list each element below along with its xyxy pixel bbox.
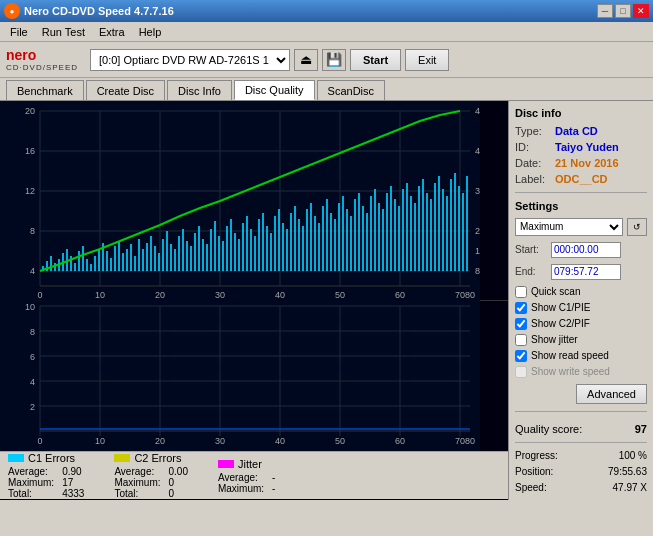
toolbar: nero CD·DVD/SPEED [0:0] Optiarc DVD RW A… (0, 42, 653, 78)
svg-rect-135 (442, 189, 444, 271)
svg-text:24: 24 (475, 226, 480, 236)
svg-text:12: 12 (25, 186, 35, 196)
svg-rect-125 (402, 189, 404, 271)
svg-rect-104 (318, 223, 320, 271)
svg-text:8: 8 (30, 327, 35, 337)
disc-date-val: 21 Nov 2016 (555, 157, 619, 169)
svg-rect-66 (166, 231, 168, 271)
progress-key: Progress: (515, 450, 558, 461)
settings-refresh-button[interactable]: ↺ (627, 218, 647, 236)
svg-rect-137 (450, 179, 452, 271)
svg-rect-101 (306, 209, 308, 271)
svg-rect-105 (322, 206, 324, 271)
show-write-speed-row: Show write speed (515, 366, 647, 378)
svg-rect-88 (254, 236, 256, 271)
legend-c2-total-key: Total: (114, 488, 160, 499)
disc-type-val: Data CD (555, 125, 598, 137)
svg-text:8: 8 (475, 266, 480, 276)
eject-button[interactable]: ⏏ (294, 49, 318, 71)
svg-rect-128 (414, 203, 416, 271)
legend-c1-max-key: Maximum: (8, 477, 54, 488)
disc-date-row: Date: 21 Nov 2016 (515, 157, 647, 169)
svg-rect-65 (162, 239, 164, 271)
svg-rect-77 (210, 229, 212, 271)
settings-speed-select[interactable]: Maximum (515, 218, 623, 236)
svg-text:10: 10 (95, 290, 105, 300)
maximize-button[interactable]: □ (615, 4, 631, 18)
show-c2-row: Show C2/PIF (515, 318, 647, 330)
svg-rect-61 (146, 243, 148, 271)
disc-id-key: ID: (515, 141, 551, 153)
svg-rect-124 (398, 206, 400, 271)
menu-extra[interactable]: Extra (93, 24, 131, 40)
show-c2-checkbox[interactable] (515, 318, 527, 330)
divider-3 (515, 442, 647, 443)
svg-text:0: 0 (37, 290, 42, 300)
svg-text:4: 4 (30, 377, 35, 387)
start-input[interactable] (551, 242, 621, 258)
svg-rect-85 (242, 223, 244, 271)
svg-rect-62 (150, 236, 152, 271)
tab-disc-info[interactable]: Disc Info (167, 80, 232, 100)
svg-rect-126 (406, 183, 408, 271)
end-input[interactable] (551, 264, 621, 280)
legend-c1-max-val: 17 (62, 477, 84, 488)
svg-rect-52 (110, 258, 112, 271)
minimize-button[interactable]: ─ (597, 4, 613, 18)
disc-id-row: ID: Taiyo Yuden (515, 141, 647, 153)
svg-text:60: 60 (395, 290, 405, 300)
tab-scan-disc[interactable]: ScanDisc (317, 80, 385, 100)
advanced-button[interactable]: Advanced (576, 384, 647, 404)
svg-rect-107 (330, 213, 332, 271)
svg-rect-110 (342, 196, 344, 271)
svg-text:10: 10 (25, 302, 35, 312)
svg-rect-108 (334, 219, 336, 271)
title-bar: ● Nero CD-DVD Speed 4.7.7.16 ─ □ ✕ (0, 0, 653, 22)
svg-rect-121 (386, 193, 388, 271)
show-c1-checkbox[interactable] (515, 302, 527, 314)
svg-rect-49 (98, 249, 100, 271)
svg-rect-117 (370, 196, 372, 271)
svg-rect-53 (114, 246, 116, 271)
svg-rect-120 (382, 209, 384, 271)
legend-jitter-max-val: - (272, 483, 275, 494)
svg-rect-47 (90, 264, 92, 271)
tab-benchmark[interactable]: Benchmark (6, 80, 84, 100)
menu-run-test[interactable]: Run Test (36, 24, 91, 40)
svg-rect-100 (302, 226, 304, 271)
show-jitter-checkbox[interactable] (515, 334, 527, 346)
exit-button[interactable]: Exit (405, 49, 449, 71)
svg-text:70: 70 (455, 436, 465, 446)
svg-rect-56 (126, 249, 128, 271)
save-button[interactable]: 💾 (322, 49, 346, 71)
disc-label-row: Label: ODC__CD (515, 173, 647, 185)
svg-text:50: 50 (335, 290, 345, 300)
svg-text:16: 16 (25, 146, 35, 156)
svg-text:20: 20 (155, 436, 165, 446)
svg-rect-82 (230, 219, 232, 271)
svg-text:6: 6 (30, 352, 35, 362)
tab-disc-quality[interactable]: Disc Quality (234, 80, 315, 100)
legend-c1-avg-key: Average: (8, 466, 54, 477)
disc-type-row: Type: Data CD (515, 125, 647, 137)
close-button[interactable]: ✕ (633, 4, 649, 18)
speed-row: Speed: 47.97 X (515, 482, 647, 493)
svg-rect-102 (310, 203, 312, 271)
end-key: End: (515, 266, 547, 277)
svg-rect-133 (434, 183, 436, 271)
drive-select[interactable]: [0:0] Optiarc DVD RW AD-7261S 1.03 (90, 49, 290, 71)
show-read-speed-checkbox[interactable] (515, 350, 527, 362)
progress-row: Progress: 100 % (515, 450, 647, 461)
menu-help[interactable]: Help (133, 24, 168, 40)
start-button[interactable]: Start (350, 49, 401, 71)
legend-jitter-color (218, 460, 234, 468)
tab-create-disc[interactable]: Create Disc (86, 80, 165, 100)
svg-rect-94 (278, 209, 280, 271)
progress-val: 100 % (619, 450, 647, 461)
svg-rect-113 (354, 199, 356, 271)
svg-rect-96 (286, 229, 288, 271)
menu-file[interactable]: File (4, 24, 34, 40)
svg-text:40: 40 (475, 146, 480, 156)
quick-scan-checkbox[interactable] (515, 286, 527, 298)
svg-rect-91 (266, 226, 268, 271)
